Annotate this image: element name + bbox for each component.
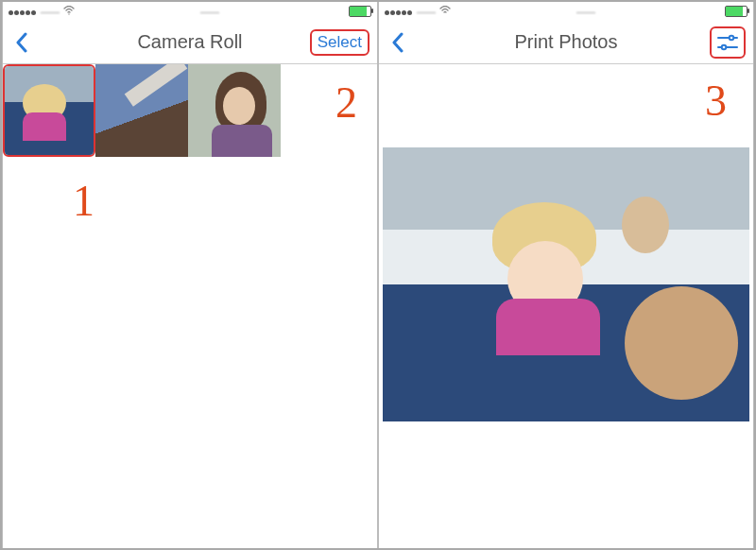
carrier-label: —— <box>41 7 60 17</box>
carrier-label: —— <box>417 7 436 17</box>
svg-point-3 <box>722 44 727 49</box>
annotation-1: 1 <box>73 176 94 226</box>
signal-dots-icon <box>385 7 413 17</box>
preview-photo-girl-on-bus[interactable] <box>383 147 749 421</box>
phone-screen-print-photos: —— —— Print Photos <box>378 2 754 548</box>
wifi-icon <box>439 6 451 17</box>
svg-point-1 <box>730 35 734 40</box>
nav-bar: Camera Roll Select <box>3 21 377 64</box>
clock: —— <box>75 7 345 17</box>
thumbnail-photo-bridge[interactable] <box>95 64 188 157</box>
thumbnail-photo-girl-on-bus[interactable] <box>3 64 95 157</box>
thumbnail-photo-woman-portrait[interactable] <box>188 64 281 157</box>
nav-bar: Print Photos <box>379 21 753 64</box>
chevron-left-icon <box>391 32 404 53</box>
chevron-left-icon <box>15 32 28 53</box>
annotation-2: 2 <box>335 77 357 128</box>
back-button[interactable] <box>10 31 33 54</box>
status-bar: —— —— <box>379 2 753 21</box>
photo-preview-area <box>379 64 753 425</box>
thumbnail-grid <box>3 64 377 157</box>
status-bar: —— —— <box>3 2 377 21</box>
page-title: Print Photos <box>379 31 753 53</box>
print-settings-button[interactable] <box>710 26 746 59</box>
battery-icon <box>349 6 371 17</box>
battery-icon <box>725 6 747 17</box>
select-button[interactable]: Select <box>310 29 369 56</box>
signal-dots-icon <box>9 7 37 17</box>
phone-screen-camera-roll: —— —— Camera Roll Select 1 2 <box>2 2 378 548</box>
sliders-icon <box>716 33 739 52</box>
annotation-3: 3 <box>705 76 727 126</box>
clock: —— <box>451 7 721 17</box>
wifi-icon <box>63 6 75 17</box>
back-button[interactable] <box>387 31 409 54</box>
